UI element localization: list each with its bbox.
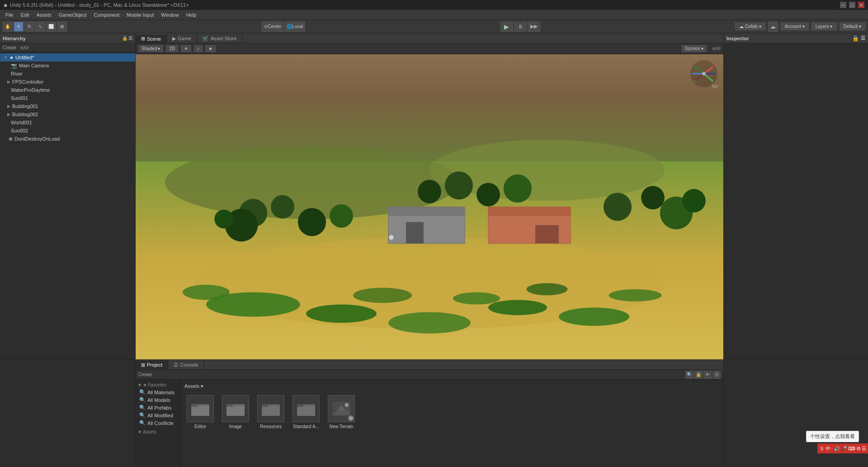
account-button[interactable]: Account ▾ — [781, 23, 809, 30]
asset-editor[interactable]: Editor — [184, 395, 216, 429]
hierarchy-item-dontdestroy[interactable]: ▶ ⊕ DontDestroyOnLoad — [0, 135, 135, 143]
scene-area: ⊞ Scene ▶ Game 🛒 Asset Store Shaded ▾ 2D… — [136, 33, 723, 359]
hierarchy-lock-icon[interactable]: 🔒 — [122, 36, 127, 41]
layers-button[interactable]: Layers ▾ — [811, 23, 837, 30]
hierarchy-item-untitled[interactable]: ▼ ★ Untitled* — [0, 53, 135, 61]
store-icon: 🛒 — [203, 36, 209, 42]
audio-toggle-button[interactable]: ♪ — [194, 45, 203, 52]
menu-help[interactable]: Help — [182, 11, 200, 19]
rotate-tool-button[interactable]: ↻ — [24, 22, 34, 32]
fx-icon: ★ — [208, 46, 212, 51]
hierarchy-menu-icon[interactable]: ☰ — [128, 36, 132, 41]
folder-icon — [187, 395, 214, 422]
hierarchy-item-building001[interactable]: ▶ Building001 — [0, 102, 135, 110]
arrow-icon: ▶ — [4, 137, 7, 141]
scale-tool-button[interactable]: ⤡ — [35, 22, 45, 32]
sidebar-all-conflicte[interactable]: 🔍 All Conflicte — [136, 419, 180, 427]
close-button[interactable]: ✕ — [858, 2, 864, 8]
titlebar-info: ◆ Unity 5.6.2f1 (64bit) - Untitled - stu… — [4, 2, 189, 8]
sidebar-all-prefabs[interactable]: 🔍 All Prefabs — [136, 404, 180, 411]
hierarchy-item-sun001[interactable]: Sun001 — [0, 94, 135, 102]
transform-tool-button[interactable]: ⊞ — [57, 22, 67, 32]
menu-mobile-input[interactable]: Mobile Input — [123, 11, 157, 19]
eye-icon-button[interactable]: 👁 — [703, 371, 712, 379]
tab-asset-store[interactable]: 🛒 Asset Store — [197, 34, 242, 43]
minimize-button[interactable]: ─ — [840, 2, 846, 8]
favorites-section[interactable]: ▼ ★ Favorites — [136, 382, 180, 388]
asset-standard[interactable]: Standard A... — [290, 395, 322, 429]
hand-tool-button[interactable]: ✋ — [3, 22, 13, 32]
pivot-button[interactable]: ⊙ Center — [262, 22, 283, 32]
collab-label: Collab ▾ — [745, 24, 761, 29]
camera-icon: 📷 — [11, 63, 17, 69]
lock-icon-button[interactable]: 🔒 — [694, 371, 703, 379]
mic-icon: 🎤 — [841, 446, 847, 452]
search-all-label: ⊕All — [20, 45, 28, 50]
rect-tool-button[interactable]: ⬜ — [46, 22, 56, 32]
gizmos-button[interactable]: Gizmos ▾ — [682, 45, 707, 52]
scene-toolbar: Shaded ▾ 2D ☀ ♪ ★ Gizmos ▾ ⊕All — [136, 43, 723, 54]
menu-window[interactable]: Window — [157, 11, 182, 19]
layout-button[interactable]: Default ▾ — [840, 23, 865, 30]
arrow-icon: ▶ — [7, 104, 10, 108]
project-create-button[interactable]: Create — [138, 372, 152, 377]
menu-component[interactable]: Component — [90, 11, 123, 19]
create-button[interactable]: Create — [3, 45, 16, 50]
hierarchy-item-label: Main Camera — [19, 63, 49, 68]
hierarchy-item-label: Sun001 — [11, 95, 28, 101]
hierarchy-item-main-camera[interactable]: 📷 Main Camera — [0, 61, 135, 70]
sidebar-all-materials[interactable]: 🔍 All Materials — [136, 388, 180, 396]
asset-resources[interactable]: Resources — [255, 395, 287, 429]
keyboard-icon: ⌨ — [848, 446, 855, 452]
inspector-menu-icon[interactable]: ☰ — [861, 35, 865, 42]
sidebar-all-modified[interactable]: 🔍 All Modified — [136, 411, 180, 419]
hierarchy-item-sun002[interactable]: Sun002 — [0, 127, 135, 135]
tab-console-label: Console — [180, 362, 198, 368]
menu-file[interactable]: File — [2, 11, 17, 19]
hierarchy-item-world001[interactable]: World001 — [0, 118, 135, 127]
unity-logo: ◆ — [4, 2, 7, 8]
menu-icon-button[interactable]: ☰ — [712, 371, 721, 379]
svg-rect-55 — [262, 404, 268, 407]
asset-standard-label: Standard A... — [293, 424, 319, 429]
play-button[interactable]: ▶ — [500, 22, 513, 32]
folder-icon — [257, 395, 284, 422]
menu-edit[interactable]: Edit — [17, 11, 33, 19]
asset-editor-label: Editor — [194, 424, 206, 429]
svg-rect-21 — [406, 222, 424, 243]
collab-button[interactable]: ☁ Collab ▾ — [735, 23, 765, 30]
sidebar-all-models[interactable]: 🔍 All Models — [136, 396, 180, 404]
hierarchy-item-water[interactable]: WaterProDaytime — [0, 86, 135, 94]
scene-view[interactable]: X Y Z Iso — [136, 54, 723, 359]
tab-console[interactable]: ☰ Console — [168, 360, 204, 369]
shading-dropdown[interactable]: Shaded ▾ — [138, 45, 163, 52]
gear-icon: ⚙ — [856, 446, 861, 452]
menu-gameobject[interactable]: GameObject — [55, 11, 90, 19]
cloud-button[interactable]: ☁ — [768, 22, 778, 32]
assets-section[interactable]: ▼ Assets — [136, 429, 180, 435]
project-tabs: ⊞ Project ☰ Console — [136, 360, 723, 370]
tab-game[interactable]: ▶ Game — [167, 34, 197, 43]
project-files: Assets ▾ Editor — [181, 380, 723, 467]
step-button[interactable]: ▶▶ — [528, 22, 540, 32]
tab-project[interactable]: ⊞ Project — [136, 360, 168, 369]
asset-new-terrain[interactable]: + New Terrain — [326, 395, 357, 429]
pause-button[interactable]: ⏸ — [514, 22, 527, 32]
hierarchy-item-river[interactable]: River — [0, 70, 135, 78]
light-toggle-button[interactable]: ☀ — [181, 45, 191, 52]
menu-assets[interactable]: Assets — [33, 11, 55, 19]
asset-image[interactable]: Image — [220, 395, 251, 429]
2d-button[interactable]: 2D — [166, 45, 178, 52]
fx-toggle-button[interactable]: ★ — [205, 45, 216, 52]
inspector-lock-icon[interactable]: 🔒 — [852, 35, 859, 42]
hierarchy-item-fps[interactable]: ▶ FPSController — [0, 78, 135, 86]
svg-text:X: X — [714, 63, 717, 67]
hierarchy-item-building002[interactable]: ▶ Building002 — [0, 110, 135, 118]
chevron-down-icon: ▾ — [701, 46, 703, 51]
console-icon: ☰ — [174, 362, 178, 368]
search-icon-button[interactable]: 🔍 — [685, 371, 693, 379]
restore-button[interactable]: □ — [849, 2, 855, 8]
tab-scene[interactable]: ⊞ Scene — [136, 34, 167, 43]
move-tool-button[interactable]: ✛ — [14, 22, 24, 32]
space-button[interactable]: 🌐 Local — [284, 22, 305, 32]
